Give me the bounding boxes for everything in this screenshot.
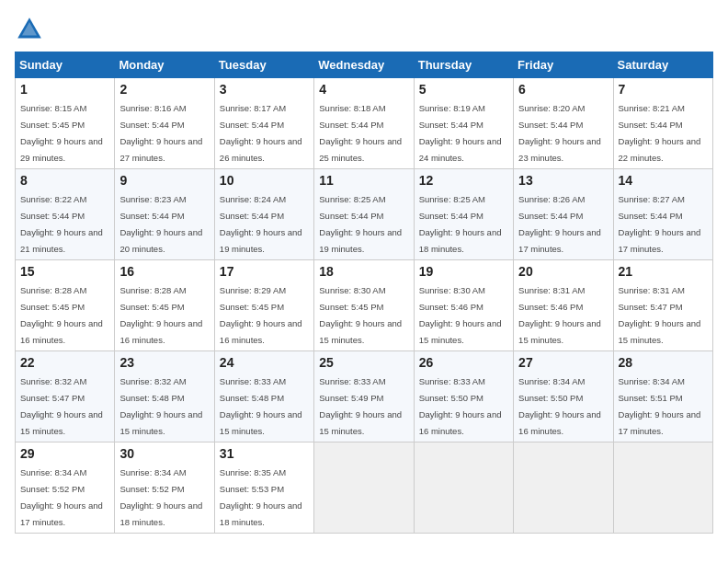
day-info: Sunrise: 8:35 AMSunset: 5:53 PMDaylight:… xyxy=(220,467,302,527)
calendar-header-row: SundayMondayTuesdayWednesdayThursdayFrid… xyxy=(16,52,713,78)
day-number: 29 xyxy=(20,446,109,461)
day-info: Sunrise: 8:24 AMSunset: 5:44 PMDaylight:… xyxy=(220,194,302,254)
calendar-day-10: 10Sunrise: 8:24 AMSunset: 5:44 PMDayligh… xyxy=(214,169,313,260)
day-number: 13 xyxy=(518,173,608,188)
day-number: 12 xyxy=(419,173,508,188)
calendar-day-4: 4Sunrise: 8:18 AMSunset: 5:44 PMDaylight… xyxy=(314,78,414,169)
day-info: Sunrise: 8:30 AMSunset: 5:46 PMDaylight:… xyxy=(419,285,502,345)
day-info: Sunrise: 8:34 AMSunset: 5:51 PMDaylight:… xyxy=(619,376,701,436)
calendar-day-12: 12Sunrise: 8:25 AMSunset: 5:44 PMDayligh… xyxy=(414,169,513,260)
calendar-day-24: 24Sunrise: 8:33 AMSunset: 5:48 PMDayligh… xyxy=(214,351,313,442)
header-tuesday: Tuesday xyxy=(214,52,313,78)
day-number: 15 xyxy=(20,264,109,279)
day-info: Sunrise: 8:34 AMSunset: 5:52 PMDaylight:… xyxy=(119,467,202,527)
day-number: 5 xyxy=(419,82,508,97)
day-info: Sunrise: 8:30 AMSunset: 5:45 PMDaylight:… xyxy=(319,285,402,345)
day-info: Sunrise: 8:22 AMSunset: 5:44 PMDaylight:… xyxy=(20,194,103,254)
calendar-day-8: 8Sunrise: 8:22 AMSunset: 5:44 PMDaylight… xyxy=(16,169,115,260)
calendar-day-31: 31Sunrise: 8:35 AMSunset: 5:53 PMDayligh… xyxy=(214,442,313,534)
page-header xyxy=(15,15,713,44)
day-number: 21 xyxy=(619,264,708,279)
calendar-day-18: 18Sunrise: 8:30 AMSunset: 5:45 PMDayligh… xyxy=(314,260,414,351)
calendar-day-9: 9Sunrise: 8:23 AMSunset: 5:44 PMDaylight… xyxy=(115,169,214,260)
day-number: 26 xyxy=(419,355,508,370)
day-info: Sunrise: 8:27 AMSunset: 5:44 PMDaylight:… xyxy=(619,194,701,254)
day-info: Sunrise: 8:19 AMSunset: 5:44 PMDaylight:… xyxy=(419,103,502,163)
day-info: Sunrise: 8:20 AMSunset: 5:44 PMDaylight:… xyxy=(518,103,601,163)
calendar-day-26: 26Sunrise: 8:33 AMSunset: 5:50 PMDayligh… xyxy=(414,351,513,442)
day-info: Sunrise: 8:31 AMSunset: 5:46 PMDaylight:… xyxy=(518,285,601,345)
header-saturday: Saturday xyxy=(613,52,712,78)
calendar-day-15: 15Sunrise: 8:28 AMSunset: 5:45 PMDayligh… xyxy=(16,260,115,351)
calendar-day-5: 5Sunrise: 8:19 AMSunset: 5:44 PMDaylight… xyxy=(414,78,513,169)
header-monday: Monday xyxy=(115,52,214,78)
day-number: 31 xyxy=(220,446,309,461)
day-number: 10 xyxy=(220,173,309,188)
day-number: 3 xyxy=(220,82,309,97)
day-number: 4 xyxy=(319,82,408,97)
day-number: 30 xyxy=(119,446,209,461)
calendar-day-6: 6Sunrise: 8:20 AMSunset: 5:44 PMDaylight… xyxy=(514,78,613,169)
day-number: 23 xyxy=(119,355,209,370)
calendar-day-14: 14Sunrise: 8:27 AMSunset: 5:44 PMDayligh… xyxy=(613,169,712,260)
day-number: 9 xyxy=(119,173,209,188)
day-number: 24 xyxy=(220,355,309,370)
calendar-day-27: 27Sunrise: 8:34 AMSunset: 5:50 PMDayligh… xyxy=(514,351,613,442)
day-number: 27 xyxy=(518,355,608,370)
day-number: 11 xyxy=(319,173,408,188)
calendar-day-30: 30Sunrise: 8:34 AMSunset: 5:52 PMDayligh… xyxy=(115,442,214,534)
day-info: Sunrise: 8:32 AMSunset: 5:47 PMDaylight:… xyxy=(20,376,103,436)
day-number: 6 xyxy=(518,82,608,97)
empty-cell xyxy=(314,442,414,534)
logo xyxy=(15,15,48,44)
day-number: 17 xyxy=(220,264,309,279)
day-info: Sunrise: 8:31 AMSunset: 5:47 PMDaylight:… xyxy=(619,285,701,345)
calendar-table: SundayMondayTuesdayWednesdayThursdayFrid… xyxy=(15,52,713,534)
day-info: Sunrise: 8:34 AMSunset: 5:52 PMDaylight:… xyxy=(20,467,103,527)
day-number: 28 xyxy=(619,355,708,370)
calendar-day-16: 16Sunrise: 8:28 AMSunset: 5:45 PMDayligh… xyxy=(115,260,214,351)
day-info: Sunrise: 8:21 AMSunset: 5:44 PMDaylight:… xyxy=(619,103,701,163)
day-info: Sunrise: 8:34 AMSunset: 5:50 PMDaylight:… xyxy=(518,376,601,436)
header-sunday: Sunday xyxy=(16,52,115,78)
day-info: Sunrise: 8:25 AMSunset: 5:44 PMDaylight:… xyxy=(319,194,402,254)
calendar-week-1: 1Sunrise: 8:15 AMSunset: 5:45 PMDaylight… xyxy=(16,78,713,169)
day-info: Sunrise: 8:28 AMSunset: 5:45 PMDaylight:… xyxy=(20,285,103,345)
logo-icon xyxy=(15,15,44,44)
day-info: Sunrise: 8:33 AMSunset: 5:48 PMDaylight:… xyxy=(220,376,302,436)
calendar-day-13: 13Sunrise: 8:26 AMSunset: 5:44 PMDayligh… xyxy=(514,169,613,260)
empty-cell xyxy=(414,442,513,534)
day-number: 14 xyxy=(619,173,708,188)
day-number: 7 xyxy=(619,82,708,97)
calendar-day-3: 3Sunrise: 8:17 AMSunset: 5:44 PMDaylight… xyxy=(214,78,313,169)
day-info: Sunrise: 8:33 AMSunset: 5:50 PMDaylight:… xyxy=(419,376,502,436)
day-info: Sunrise: 8:23 AMSunset: 5:44 PMDaylight:… xyxy=(119,194,202,254)
calendar-day-20: 20Sunrise: 8:31 AMSunset: 5:46 PMDayligh… xyxy=(514,260,613,351)
calendar-day-21: 21Sunrise: 8:31 AMSunset: 5:47 PMDayligh… xyxy=(613,260,712,351)
day-number: 18 xyxy=(319,264,408,279)
empty-cell xyxy=(613,442,712,534)
calendar-day-11: 11Sunrise: 8:25 AMSunset: 5:44 PMDayligh… xyxy=(314,169,414,260)
day-number: 1 xyxy=(20,82,109,97)
calendar-day-2: 2Sunrise: 8:16 AMSunset: 5:44 PMDaylight… xyxy=(115,78,214,169)
day-info: Sunrise: 8:16 AMSunset: 5:44 PMDaylight:… xyxy=(119,103,202,163)
calendar-week-4: 22Sunrise: 8:32 AMSunset: 5:47 PMDayligh… xyxy=(16,351,713,442)
day-number: 19 xyxy=(419,264,508,279)
calendar-week-3: 15Sunrise: 8:28 AMSunset: 5:45 PMDayligh… xyxy=(16,260,713,351)
calendar-day-23: 23Sunrise: 8:32 AMSunset: 5:48 PMDayligh… xyxy=(115,351,214,442)
header-wednesday: Wednesday xyxy=(314,52,414,78)
calendar-day-29: 29Sunrise: 8:34 AMSunset: 5:52 PMDayligh… xyxy=(16,442,115,534)
day-number: 25 xyxy=(319,355,408,370)
calendar-week-2: 8Sunrise: 8:22 AMSunset: 5:44 PMDaylight… xyxy=(16,169,713,260)
calendar-day-25: 25Sunrise: 8:33 AMSunset: 5:49 PMDayligh… xyxy=(314,351,414,442)
calendar-day-28: 28Sunrise: 8:34 AMSunset: 5:51 PMDayligh… xyxy=(613,351,712,442)
day-info: Sunrise: 8:15 AMSunset: 5:45 PMDaylight:… xyxy=(20,103,103,163)
day-number: 2 xyxy=(119,82,209,97)
day-number: 8 xyxy=(20,173,109,188)
day-info: Sunrise: 8:33 AMSunset: 5:49 PMDaylight:… xyxy=(319,376,402,436)
day-info: Sunrise: 8:25 AMSunset: 5:44 PMDaylight:… xyxy=(419,194,502,254)
day-number: 22 xyxy=(20,355,109,370)
day-info: Sunrise: 8:17 AMSunset: 5:44 PMDaylight:… xyxy=(220,103,302,163)
day-info: Sunrise: 8:29 AMSunset: 5:45 PMDaylight:… xyxy=(220,285,302,345)
day-info: Sunrise: 8:18 AMSunset: 5:44 PMDaylight:… xyxy=(319,103,402,163)
